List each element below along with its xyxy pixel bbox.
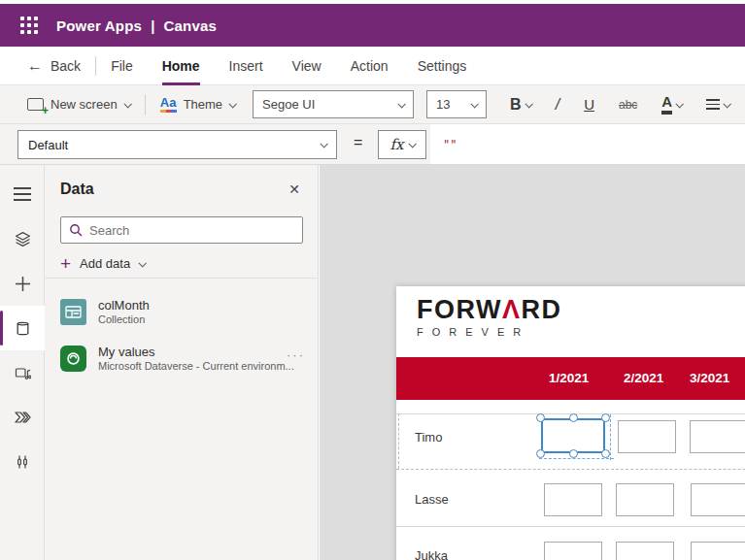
- text-input[interactable]: [544, 542, 602, 560]
- italic-button[interactable]: /: [556, 96, 559, 114]
- align-icon: [706, 99, 720, 110]
- column-header: 1/2021: [549, 371, 589, 385]
- text-input[interactable]: [691, 542, 745, 560]
- text-input[interactable]: [541, 418, 605, 453]
- text-input[interactable]: [691, 483, 745, 516]
- fx-label: fx: [389, 136, 403, 153]
- selected-text-input[interactable]: [541, 418, 605, 453]
- resize-handle[interactable]: [536, 413, 545, 422]
- month-header-bar: 1/2021 2/2021 3/2021: [396, 357, 745, 400]
- resize-handle[interactable]: [601, 413, 610, 422]
- plus-icon: +: [60, 254, 71, 273]
- font-family-select[interactable]: Segoe UI: [253, 90, 414, 118]
- waffle-icon[interactable]: [6, 16, 52, 34]
- rail-power-automate-button[interactable]: [0, 395, 45, 440]
- strikethrough-button[interactable]: abc: [619, 98, 637, 112]
- rail-media-button[interactable]: [0, 350, 45, 395]
- fx-select[interactable]: fx: [378, 130, 426, 159]
- new-screen-icon: [27, 98, 44, 111]
- product-name: Power Apps: [56, 17, 142, 34]
- chevron-down-icon: [123, 100, 131, 108]
- data-source-my-values[interactable]: My values Microsoft Dataverse - Current …: [45, 336, 319, 380]
- chevron-down-icon: [724, 100, 731, 108]
- menu-item-insert[interactable]: Insert: [229, 47, 263, 85]
- resize-handle[interactable]: [569, 449, 578, 458]
- menu-divider: [95, 56, 96, 76]
- text-align-button[interactable]: [706, 99, 729, 110]
- dataverse-icon: [60, 346, 86, 372]
- search-icon: [69, 223, 83, 237]
- font-size-select[interactable]: 13: [426, 90, 487, 118]
- text-input[interactable]: [616, 483, 674, 516]
- underline-button[interactable]: U: [584, 96, 594, 113]
- app-header: Power Apps | Canvas: [0, 4, 745, 47]
- rail-advanced-tools-button[interactable]: [0, 440, 45, 484]
- back-button[interactable]: ← Back: [27, 58, 81, 74]
- font-color-button[interactable]: A: [661, 94, 682, 115]
- row-separator-dashed: [396, 469, 745, 470]
- toolbar-divider: [145, 94, 146, 115]
- back-label: Back: [51, 58, 81, 74]
- rail-menu-button[interactable]: [0, 172, 45, 216]
- chevron-down-icon: [471, 100, 479, 108]
- panel-divider: [45, 278, 319, 279]
- new-screen-button[interactable]: New screen: [27, 97, 130, 112]
- row-label: Jukka: [415, 548, 448, 560]
- text-input[interactable]: [618, 420, 676, 453]
- chevron-down-icon: [398, 100, 406, 108]
- close-icon[interactable]: ✕: [288, 181, 300, 197]
- logo-accent-letter: Λ: [502, 295, 522, 324]
- add-data-button[interactable]: + Add data: [60, 254, 145, 273]
- plus-icon: [15, 276, 31, 292]
- chevron-down-icon: [408, 140, 416, 148]
- resize-handle[interactable]: [601, 449, 610, 458]
- theme-label: Theme: [184, 97, 222, 112]
- data-source-colmonth[interactable]: colMonth Collection: [45, 289, 319, 334]
- menu-item-action[interactable]: Action: [351, 47, 389, 85]
- theme-button[interactable]: Aa Theme: [160, 96, 235, 113]
- font-family-value: Segoe UI: [262, 97, 315, 112]
- column-header: 3/2021: [690, 371, 729, 385]
- search-input[interactable]: [89, 223, 294, 238]
- menu-item-view[interactable]: View: [292, 47, 322, 85]
- rail-data-button[interactable]: [0, 306, 45, 350]
- chevron-down-icon: [676, 100, 684, 108]
- more-options-icon[interactable]: ···: [287, 347, 305, 362]
- hamburger-icon: [14, 187, 31, 201]
- title-separator: |: [151, 17, 154, 34]
- app-screen[interactable]: FORWΛRD FOREVER 1/2021 2/2021 3/2021 Tim…: [396, 286, 745, 560]
- rail-insert-button[interactable]: [0, 261, 45, 306]
- layers-icon: [15, 231, 31, 247]
- property-select[interactable]: Default: [17, 130, 337, 159]
- text-input[interactable]: [544, 483, 602, 516]
- rail-tree-view-button[interactable]: [0, 216, 45, 261]
- data-source-type: Collection: [98, 313, 150, 325]
- back-arrow-icon: ←: [27, 58, 43, 74]
- data-panel: Data ✕ + Add data: [45, 165, 319, 560]
- equals-sign: =: [354, 134, 362, 151]
- text-input[interactable]: [616, 542, 674, 560]
- menu-item-file[interactable]: File: [111, 47, 133, 85]
- formula-input[interactable]: "": [430, 124, 745, 164]
- menu-item-home[interactable]: Home: [162, 47, 200, 85]
- row-separator: [396, 526, 745, 527]
- left-rail: [0, 165, 45, 560]
- data-search-box[interactable]: [60, 216, 303, 244]
- resize-handle[interactable]: [569, 413, 578, 422]
- power-automate-icon: [14, 410, 31, 425]
- menu-item-settings[interactable]: Settings: [418, 47, 467, 85]
- chevron-down-icon: [320, 140, 327, 148]
- bold-button[interactable]: B: [510, 96, 531, 114]
- resize-handle[interactable]: [536, 449, 545, 458]
- new-screen-label: New screen: [51, 97, 118, 112]
- text-input[interactable]: [690, 420, 745, 453]
- data-source-type: Microsoft Dataverse - Current environm..…: [98, 360, 294, 372]
- design-surface[interactable]: FORWΛRD FOREVER 1/2021 2/2021 3/2021 Tim…: [320, 165, 745, 560]
- column-header: 2/2021: [624, 371, 663, 385]
- logo-subtitle: FOREVER: [417, 326, 562, 338]
- chevron-down-icon: [139, 259, 147, 267]
- forward-forever-logo: FORWΛRD FOREVER: [417, 297, 562, 338]
- theme-icon: Aa: [160, 96, 177, 113]
- font-size-value: 13: [436, 97, 450, 112]
- workspace: Data ✕ + Add data: [0, 165, 745, 560]
